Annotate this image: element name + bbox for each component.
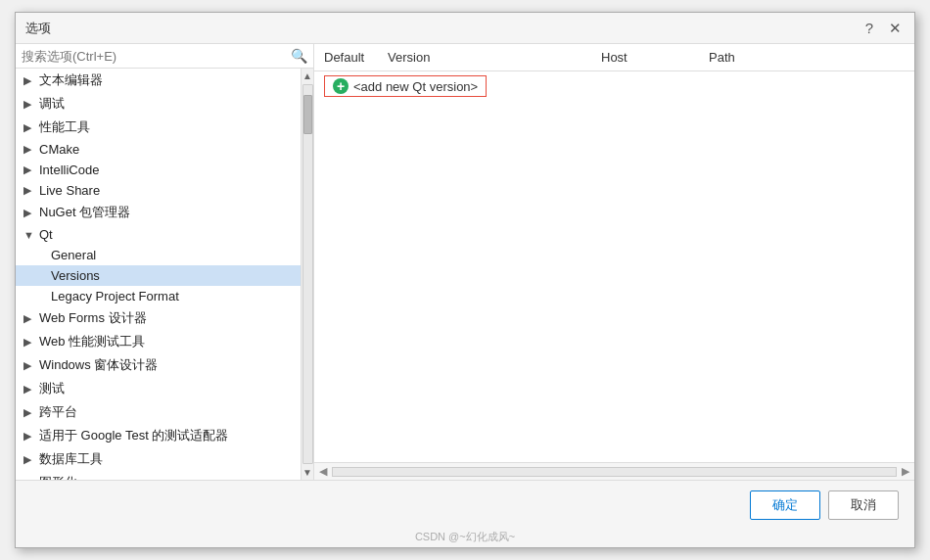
tree-arrow-debug: ▶	[23, 98, 35, 111]
tree-arrow-web-perf: ▶	[23, 336, 35, 349]
dialog-title: 选项	[25, 20, 51, 37]
tree-item-cross-platform[interactable]: ▶跨平台	[16, 400, 301, 424]
tree-arrow-nuget: ▶	[23, 207, 35, 219]
tree-arrow-webforms: ▶	[23, 312, 35, 325]
title-bar-controls: ? ✕	[862, 21, 905, 35]
tree-label-test: 测试	[39, 380, 65, 397]
tree-item-qt[interactable]: ▼Qt	[16, 224, 301, 245]
tree-arrow-windows-designer: ▶	[23, 359, 35, 372]
help-button[interactable]: ?	[862, 21, 876, 35]
tree-label-qt-versions: Versions	[51, 268, 100, 283]
dialog-footer: 确定 取消	[16, 480, 914, 530]
tree-arrow-db-tools: ▶	[23, 453, 35, 466]
add-version-inner: + <add new Qt version>	[324, 75, 487, 97]
tree-label-debug: 调试	[39, 95, 65, 113]
tree-item-more[interactable]: ▶图形化...	[16, 471, 301, 480]
tree-label-text-editor: 文本编辑器	[39, 71, 103, 89]
tree-label-live-share: Live Share	[39, 183, 100, 198]
vertical-scrollbar[interactable]: ▲ ▼	[301, 69, 313, 480]
tree-item-qt-versions[interactable]: Versions	[16, 265, 301, 286]
scroll-thumb	[303, 95, 312, 134]
search-icon: 🔍	[291, 48, 307, 64]
tree-arrow-intellicode: ▶	[23, 163, 35, 176]
scroll-up-arrow[interactable]: ▲	[302, 69, 313, 83]
table-header: Default Version Host Path	[314, 44, 914, 71]
scroll-left-arrow[interactable]: ◀	[316, 465, 330, 478]
tree-label-windows-designer: Windows 窗体设计器	[39, 356, 158, 374]
tree-label-db-tools: 数据库工具	[39, 450, 103, 468]
options-dialog: 选项 ? ✕ 🔍 ▶文本编辑器▶调试▶性能工具▶CMake▶IntelliCod…	[15, 12, 915, 548]
search-box: 🔍	[16, 44, 313, 69]
tree-scroll-area[interactable]: ▶文本编辑器▶调试▶性能工具▶CMake▶IntelliCode▶Live Sh…	[16, 69, 301, 480]
tree-item-debug[interactable]: ▶调试	[16, 92, 301, 116]
tree-label-google-test: 适用于 Google Test 的测试适配器	[39, 427, 228, 444]
tree-item-web-perf[interactable]: ▶Web 性能测试工具	[16, 330, 301, 353]
tree-arrow-google-test: ▶	[23, 430, 35, 443]
tree-item-qt-general[interactable]: General	[16, 245, 301, 265]
right-panel: Default Version Host Path + <add new Qt …	[314, 44, 914, 480]
tree-item-google-test[interactable]: ▶适用于 Google Test 的测试适配器	[16, 424, 301, 447]
scroll-right-arrow[interactable]: ▶	[899, 465, 912, 478]
col-header-path: Path	[709, 50, 905, 65]
tree-label-cmake: CMake	[39, 142, 79, 157]
scroll-down-arrow[interactable]: ▼	[302, 465, 313, 480]
tree-label-qt-legacy: Legacy Project Format	[51, 289, 179, 303]
col-header-host: Host	[601, 50, 709, 65]
tree-wrap: ▶文本编辑器▶调试▶性能工具▶CMake▶IntelliCode▶Live Sh…	[16, 69, 313, 480]
tree-item-qt-legacy[interactable]: Legacy Project Format	[16, 286, 301, 306]
tree-label-qt-general: General	[51, 248, 96, 262]
left-panel: 🔍 ▶文本编辑器▶调试▶性能工具▶CMake▶IntelliCode▶Live …	[16, 44, 314, 480]
tree-arrow-cmake: ▶	[23, 143, 35, 156]
tree-item-perf-tools[interactable]: ▶性能工具	[16, 116, 301, 139]
horizontal-scrollbar[interactable]: ◀ ▶	[314, 462, 914, 480]
tree-item-intellicode[interactable]: ▶IntelliCode	[16, 160, 301, 180]
tree-item-cmake[interactable]: ▶CMake	[16, 139, 301, 160]
tree-arrow-live-share: ▶	[23, 184, 35, 197]
search-input[interactable]	[22, 49, 287, 64]
tree-item-text-editor[interactable]: ▶文本编辑器	[16, 69, 301, 92]
close-button[interactable]: ✕	[886, 21, 905, 35]
tree-item-windows-designer[interactable]: ▶Windows 窗体设计器	[16, 353, 301, 377]
tree-arrow-perf-tools: ▶	[23, 121, 35, 134]
watermark: CSDN @~幻化成风~	[16, 530, 914, 547]
tree-label-web-perf: Web 性能测试工具	[39, 333, 145, 350]
add-icon: +	[333, 78, 349, 94]
tree-label-nuget: NuGet 包管理器	[39, 204, 130, 221]
tree-arrow-qt: ▼	[23, 229, 35, 241]
hscroll-track	[332, 467, 897, 477]
table-body: + <add new Qt version>	[314, 71, 914, 462]
add-version-label: <add new Qt version>	[353, 79, 478, 94]
col-header-default: Default	[324, 50, 388, 65]
tree-label-webforms: Web Forms 设计器	[39, 309, 147, 327]
tree-item-db-tools[interactable]: ▶数据库工具	[16, 447, 301, 471]
add-version-row[interactable]: + <add new Qt version>	[314, 71, 914, 101]
tree-item-nuget[interactable]: ▶NuGet 包管理器	[16, 201, 301, 224]
tree-arrow-test: ▶	[23, 383, 35, 396]
tree-label-cross-platform: 跨平台	[39, 403, 77, 421]
ok-button[interactable]: 确定	[750, 490, 820, 520]
tree-item-live-share[interactable]: ▶Live Share	[16, 180, 301, 201]
tree-label-qt: Qt	[39, 227, 53, 242]
title-bar: 选项 ? ✕	[16, 13, 914, 44]
tree-item-test[interactable]: ▶测试	[16, 377, 301, 400]
tree-label-intellicode: IntelliCode	[39, 163, 99, 177]
scroll-track	[302, 84, 313, 464]
tree-item-webforms[interactable]: ▶Web Forms 设计器	[16, 306, 301, 330]
cancel-button[interactable]: 取消	[828, 490, 899, 520]
tree-label-perf-tools: 性能工具	[39, 118, 90, 136]
col-header-version: Version	[388, 50, 601, 65]
tree-arrow-text-editor: ▶	[23, 74, 35, 87]
dialog-body: 🔍 ▶文本编辑器▶调试▶性能工具▶CMake▶IntelliCode▶Live …	[16, 44, 914, 480]
tree-arrow-cross-platform: ▶	[23, 406, 35, 419]
